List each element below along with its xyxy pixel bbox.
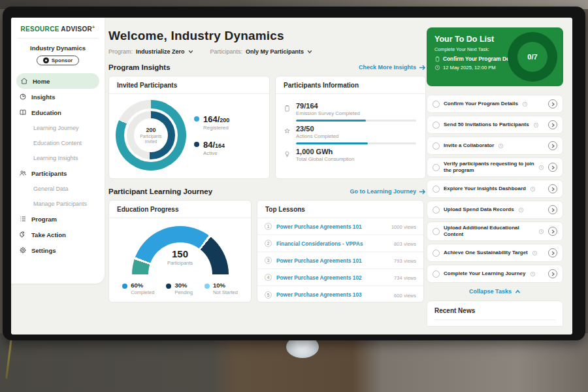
lesson-link[interactable]: Power Purchase Agreements 103 — [276, 291, 389, 298]
sidebar-item-participants[interactable]: Participants — [11, 165, 105, 181]
chevron-right-icon — [551, 251, 555, 255]
lesson-link[interactable]: Power Purchase Agreements 101 — [276, 223, 387, 230]
legend-active: 84/164 Active — [194, 140, 229, 156]
people-icon — [19, 169, 27, 177]
participants-select[interactable]: Participants: Only My Participants — [210, 48, 313, 55]
task-item[interactable]: Upload Additional Educational Content — [427, 221, 563, 241]
puzzle-icon — [19, 231, 27, 238]
chevron-right-icon — [551, 208, 555, 212]
sidebar-item-settings[interactable]: Settings — [11, 242, 105, 258]
task-checkbox[interactable] — [433, 206, 440, 214]
task-item[interactable]: Confirm Your Program Details — [427, 95, 563, 113]
section-program-insights: Program Insights — [108, 63, 171, 71]
check-more-insights-link[interactable]: Check More Insights — [359, 64, 426, 71]
sidebar-item-learning-journey[interactable]: Learning Journey — [11, 120, 105, 135]
lesson-link[interactable]: Power Purchase Agreements 101 — [276, 257, 389, 264]
task-open-button[interactable] — [548, 248, 557, 257]
participants-label: Participants: — [210, 48, 243, 55]
sidebar-item-education[interactable]: Education — [11, 105, 105, 120]
chevron-down-icon — [307, 49, 312, 54]
legend-registered: 164/200 Registered — [194, 114, 229, 131]
legend-dot — [122, 284, 127, 289]
lesson-row: 1 Power Purchase Agreements 101 1000 vie… — [257, 218, 423, 235]
task-checkbox[interactable] — [433, 164, 440, 171]
actions-icon — [284, 127, 291, 135]
sidebar-item-manage-participants[interactable]: Manage Participants — [11, 196, 105, 211]
sponsor-icon — [43, 57, 49, 63]
task-open-button[interactable] — [548, 269, 557, 278]
legend-dot — [166, 284, 171, 289]
nav-label: General Data — [33, 186, 69, 192]
sidebar-item-take-action[interactable]: Take Action — [11, 227, 105, 242]
link-label: Go to Learning Journey — [350, 188, 416, 195]
sponsor-badge: Sponsor — [37, 56, 79, 65]
task-open-button[interactable] — [548, 227, 557, 236]
legend-dot — [204, 284, 210, 289]
sidebar-item-general-data[interactable]: General Data — [11, 181, 105, 196]
lesson-link[interactable]: Financial Considerations - VPPAs — [276, 240, 389, 247]
legend-dot — [194, 116, 199, 122]
nav-label: Program — [31, 216, 57, 223]
progress-bar — [296, 142, 416, 144]
program-select[interactable]: Program: Industrialize Zero — [108, 48, 193, 55]
task-checkbox[interactable] — [433, 101, 440, 108]
task-item[interactable]: Achieve One Sustainability Target — [427, 244, 563, 262]
todo-column: Your To Do List Complete Your Next Task:… — [427, 18, 563, 335]
recent-news-card: Recent News — [427, 301, 563, 327]
task-item[interactable]: Verify participants requesting to join t… — [427, 157, 563, 177]
task-open-button[interactable] — [548, 205, 557, 214]
clock-icon — [518, 207, 524, 213]
task-checkbox[interactable] — [433, 122, 440, 129]
chevron-right-icon — [551, 165, 555, 170]
sidebar-item-home[interactable]: Home — [16, 73, 99, 89]
sidebar-item-insights[interactable]: Insights — [11, 89, 105, 105]
program-label: Program: — [108, 48, 133, 55]
task-checkbox[interactable] — [433, 186, 440, 193]
clock-icon — [530, 186, 536, 192]
task-checkbox[interactable] — [433, 228, 440, 235]
chevron-down-icon — [188, 49, 193, 54]
task-item[interactable]: Invite a Collaborator — [427, 137, 563, 155]
legend-completed: 60% Completed — [122, 282, 154, 295]
stat-actions-completed: 23/50 Actions Completed — [284, 125, 417, 139]
task-open-button[interactable] — [548, 163, 557, 172]
task-open-button[interactable] — [548, 99, 557, 108]
gear-icon — [19, 246, 27, 254]
clock-icon — [532, 250, 538, 256]
task-checkbox[interactable] — [433, 270, 440, 278]
task-item[interactable]: Upload Spend Data Records — [427, 201, 563, 219]
task-open-button[interactable] — [548, 184, 557, 193]
lesson-link[interactable]: Power Purchase Agreements 102 — [276, 274, 389, 281]
task-item[interactable]: Explore Your Insights Dashboard — [427, 180, 563, 198]
nav-label: Learning Insights — [33, 155, 78, 161]
task-open-button[interactable] — [548, 141, 557, 150]
clock-icon — [538, 165, 544, 171]
org-name: Industry Dynamics — [11, 44, 105, 52]
invited-donut-chart: 200 Participants Invited — [116, 100, 186, 171]
sidebar-item-program[interactable]: Program — [11, 211, 105, 227]
main-content: Welcome, Industry Dynamics Program: Indu… — [108, 18, 426, 335]
todo-progress-value: 0/7 — [527, 53, 537, 61]
task-item[interactable]: Complete Your Learning Journey — [427, 265, 563, 283]
sidebar-item-education-content[interactable]: Education Content — [11, 135, 105, 150]
participants-information-card: Participants Information 79/164 Emission… — [275, 76, 426, 179]
dashboard-screen: RESOURCE ADVISOR+ Industry Dynamics Spon… — [11, 18, 572, 335]
nav-label: Manage Participants — [33, 201, 87, 207]
task-item[interactable]: Send 50 Invitations to Participants — [427, 116, 563, 134]
sidebar-item-learning-insights[interactable]: Learning Insights — [11, 150, 105, 165]
clipboard-icon — [434, 56, 440, 62]
lesson-row: 5 Power Purchase Agreements 103 600 view… — [257, 286, 423, 303]
nav-label: Take Action — [31, 231, 66, 238]
logo-plus: + — [92, 25, 95, 29]
task-checkbox[interactable] — [433, 250, 440, 257]
photo-stage: RESOURCE ADVISOR+ Industry Dynamics Spon… — [0, 0, 588, 392]
task-open-button[interactable] — [548, 120, 557, 129]
card-title: Top Lessons — [257, 201, 423, 218]
lesson-row: 4 Power Purchase Agreements 102 734 view… — [257, 269, 423, 286]
lesson-rank: 1 — [265, 223, 272, 230]
task-checkbox[interactable] — [433, 142, 440, 150]
list-icon — [19, 215, 27, 223]
go-to-learning-journey-link[interactable]: Go to Learning Journey — [350, 188, 426, 195]
chevron-right-icon — [551, 187, 555, 191]
collapse-tasks-link[interactable]: Collapse Tasks — [427, 288, 563, 295]
